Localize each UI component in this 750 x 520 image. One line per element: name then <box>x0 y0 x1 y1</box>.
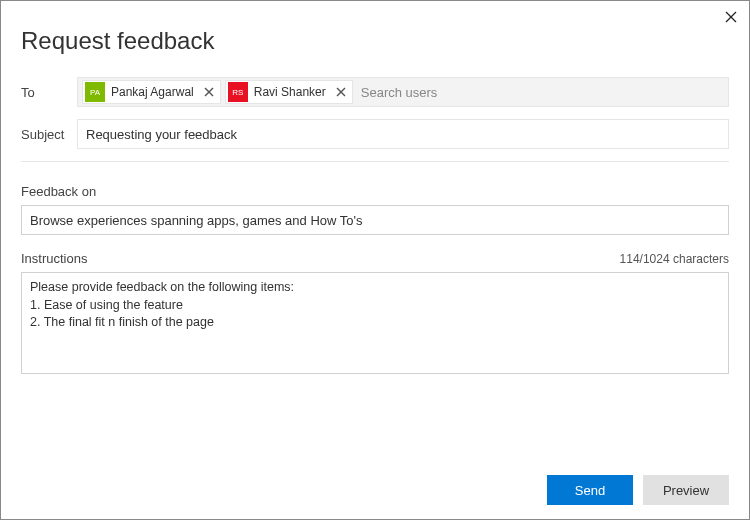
instructions-label-row: Instructions 114/1024 characters <box>21 251 729 266</box>
instructions-textarea[interactable] <box>21 272 729 374</box>
close-icon <box>725 11 737 23</box>
subject-label: Subject <box>21 127 77 142</box>
close-button[interactable] <box>719 5 743 29</box>
instructions-label: Instructions <box>21 251 87 266</box>
to-row: To PA Pankaj Agarwal RS Ravi Shanker <box>21 77 729 107</box>
character-count: 114/1024 characters <box>620 252 729 266</box>
to-field[interactable]: PA Pankaj Agarwal RS Ravi Shanker <box>77 77 729 107</box>
search-users-input[interactable] <box>357 81 724 104</box>
recipient-chip: RS Ravi Shanker <box>225 80 353 104</box>
dialog-footer: Send Preview <box>547 475 729 505</box>
recipient-name: Ravi Shanker <box>254 85 326 99</box>
feedback-on-label: Feedback on <box>21 184 729 199</box>
divider <box>21 161 729 162</box>
subject-input[interactable] <box>77 119 729 149</box>
close-icon <box>204 87 214 97</box>
remove-recipient-button[interactable] <box>332 83 350 101</box>
preview-button[interactable]: Preview <box>643 475 729 505</box>
send-button[interactable]: Send <box>547 475 633 505</box>
request-feedback-dialog: Request feedback To PA Pankaj Agarwal RS… <box>0 0 750 520</box>
subject-row: Subject <box>21 119 729 149</box>
recipient-name: Pankaj Agarwal <box>111 85 194 99</box>
avatar: PA <box>85 82 105 102</box>
dialog-title: Request feedback <box>21 27 729 55</box>
close-icon <box>336 87 346 97</box>
feedback-on-input[interactable] <box>21 205 729 235</box>
remove-recipient-button[interactable] <box>200 83 218 101</box>
to-label: To <box>21 85 77 100</box>
recipient-chip: PA Pankaj Agarwal <box>82 80 221 104</box>
avatar: RS <box>228 82 248 102</box>
